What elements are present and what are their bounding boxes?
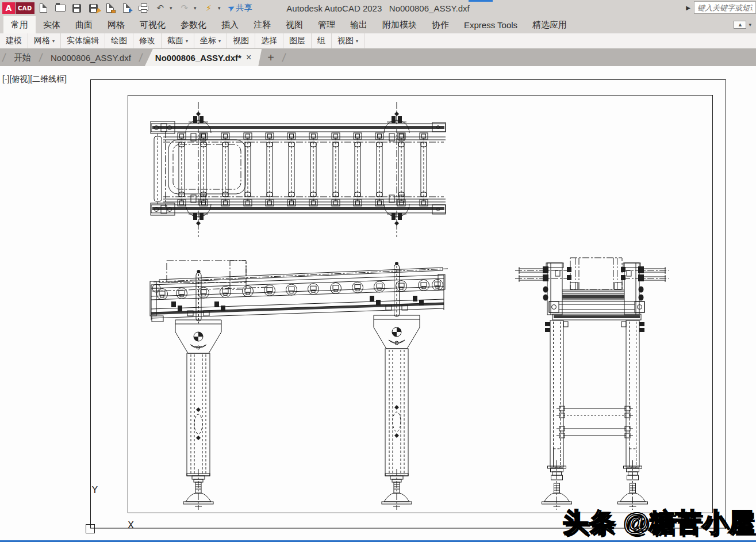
search-input[interactable] [694, 1, 756, 14]
ribbon-panel[interactable]: 网格 ▾ [28, 33, 61, 48]
viewport-view-control[interactable]: [俯视] [9, 74, 30, 83]
ribbon-tab[interactable]: Express Tools [456, 16, 525, 33]
viewport-minimize-control[interactable]: [-] [2, 74, 9, 83]
file-tab[interactable]: No000806_ASSY.dxf × [45, 49, 137, 66]
ribbon-tab[interactable]: 常用 [3, 16, 36, 33]
share-button[interactable]: ➤ 共享 [225, 1, 255, 15]
autocad-logo-cad: CAD [16, 2, 34, 14]
front-view-feet [183, 469, 412, 510]
ribbon-tab-bar: 常用 实体 曲面 网格 可视化 参数化 插入 注释 视图 管理 输出 附加模块 … [0, 16, 756, 33]
ribbon-panel[interactable]: 修改 ▾ [133, 33, 162, 48]
ribbon-tab[interactable]: 可视化 [132, 16, 173, 33]
ribbon-panel[interactable]: 选择 ▾ [255, 33, 283, 48]
drawing-recovery-button[interactable]: ⚡ [201, 1, 216, 15]
undo-dropdown[interactable]: ▾ [170, 5, 175, 11]
undo-button[interactable]: ↶ [153, 1, 168, 15]
save-as-button[interactable] [86, 1, 101, 15]
ribbon-panel-bar: 建模 ▾ 网格 ▾ 实体编辑 ▾ 绘图 ▾ 修改 ▾ 截面 ▾ 坐标 ▾ [0, 33, 756, 49]
ribbon-tab[interactable]: 曲面 [68, 16, 100, 33]
cad-drawing[interactable]: Y X [0, 66, 756, 542]
ribbon-tab[interactable]: 视图 [278, 16, 310, 33]
autocad-logo-a: A [2, 2, 15, 14]
open-folder-icon [55, 5, 66, 12]
ribbon-tab[interactable]: 注释 [246, 16, 278, 33]
side-view-rods [515, 266, 669, 282]
front-view-bed [151, 275, 444, 320]
open-file-button[interactable] [53, 1, 68, 15]
lightning-scroll-icon: ⚡ [206, 3, 212, 13]
ribbon-tab[interactable]: 附加模块 [375, 16, 424, 33]
tab-separator: / [136, 49, 146, 66]
tab-separator: / [279, 49, 289, 66]
title-bar: A CAD ↶ ▾ ↷ ▾ ⚡ ▾ ➤ 共享 Autodesk AutoCAD … [0, 0, 756, 16]
viewport-visual-style-control[interactable]: [二维线框] [30, 74, 67, 83]
ribbon-collapse-button[interactable]: ▲ [734, 21, 746, 29]
panel-dropdown-icon[interactable]: ▾ [218, 39, 221, 44]
side-view-crossmembers [557, 406, 633, 438]
undo-icon: ↶ [157, 3, 164, 13]
save-as-icon [89, 4, 98, 13]
front-view [150, 261, 448, 510]
save-button[interactable] [70, 1, 85, 15]
autocad-logo-icon[interactable]: A CAD [2, 1, 34, 15]
ribbon-tab[interactable]: 网格 [100, 16, 132, 33]
ribbon-tab[interactable]: 输出 [343, 16, 375, 33]
ribbon-display-dropdown[interactable]: ▾ [749, 22, 751, 28]
panel-dropdown-icon[interactable]: ▾ [356, 39, 358, 44]
titlebar-accent [469, 0, 493, 2]
side-view [515, 258, 669, 510]
viewport-controls: [-][俯视][二维线框] [2, 74, 67, 85]
new-file-icon [40, 3, 47, 13]
ucs-icon[interactable]: Y X [86, 484, 135, 533]
redo-icon: ↷ [181, 3, 189, 13]
open-from-web-icon [106, 3, 114, 13]
ucs-x-label: X [128, 520, 134, 530]
close-tab-icon[interactable]: × [246, 52, 251, 63]
watermark: 头条 @糖苦小屋 [563, 505, 755, 540]
file-tab[interactable]: No000806_ASSY.dxf* × [145, 49, 262, 66]
new-file-button[interactable] [36, 1, 51, 15]
ribbon-panel[interactable]: 坐标 ▾ [194, 33, 227, 48]
file-tab[interactable]: 开始 × [8, 49, 37, 66]
panel-dropdown-icon[interactable]: ▾ [186, 39, 188, 44]
ucs-y-label: Y [91, 484, 98, 495]
save-to-web-button[interactable] [120, 1, 135, 15]
ribbon-panel[interactable]: 实体编辑 ▾ [61, 33, 105, 48]
save-icon [72, 4, 81, 13]
front-left-leg [175, 320, 221, 476]
ribbon-panel[interactable]: 绘图 ▾ [105, 33, 133, 48]
plot-button[interactable] [136, 1, 151, 15]
ribbon-tab[interactable]: 参数化 [173, 16, 214, 33]
save-to-web-icon [123, 3, 131, 13]
ribbon-tab[interactable]: 精选应用 [525, 16, 574, 33]
ribbon-tab[interactable]: 协作 [424, 16, 456, 33]
ribbon-tab[interactable]: 管理 [310, 16, 343, 33]
file-tab-bar: / 开始 × / No000806_ASSY.dxf × / No000806_… [0, 49, 756, 66]
front-view-leg-hardware [171, 296, 424, 316]
side-view-feet [542, 449, 648, 510]
ribbon-tab[interactable]: 实体 [36, 16, 68, 33]
ribbon-panel[interactable]: 视图 ▾ [227, 33, 255, 48]
front-right-leg [374, 315, 420, 476]
ribbon-panel[interactable]: 建模 ▾ [0, 33, 28, 48]
redo-button[interactable]: ↷ [177, 1, 192, 15]
share-label: 共享 [236, 3, 252, 13]
panel-dropdown-icon[interactable]: ▾ [52, 39, 55, 44]
search-expand-arrow-icon[interactable]: ▶ [686, 5, 690, 11]
open-from-web-button[interactable] [103, 1, 118, 15]
top-view [151, 102, 446, 237]
ribbon-panel[interactable]: 图层 ▾ [283, 33, 312, 48]
printer-icon [139, 6, 148, 11]
redo-dropdown[interactable]: ▾ [194, 5, 199, 11]
qat-customize-dropdown[interactable]: ▾ [218, 5, 224, 11]
ribbon-panel[interactable]: 视图 ▾ [332, 33, 364, 48]
quick-access-toolbar: A CAD ↶ ▾ ↷ ▾ ⚡ ▾ ➤ 共享 [2, 1, 254, 15]
new-tab-button[interactable]: + [262, 49, 280, 66]
ribbon-panel[interactable]: 组 ▾ [312, 33, 332, 48]
ribbon-panel[interactable]: 截面 ▾ [162, 33, 194, 48]
drawing-canvas[interactable]: [-][俯视][二维线框] Y X [0, 66, 756, 542]
paper-plane-icon: ➤ [225, 2, 237, 14]
ribbon-tab[interactable]: 插入 [214, 16, 246, 33]
